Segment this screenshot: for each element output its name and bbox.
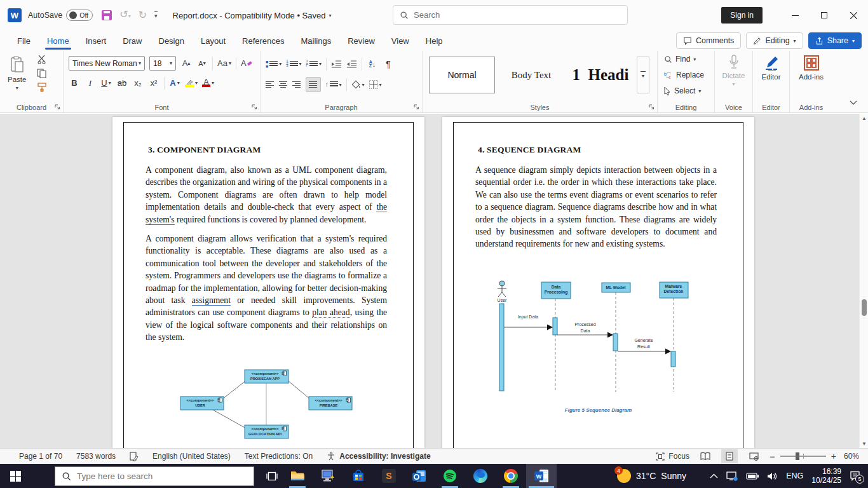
style-body-text[interactable]: Body Text <box>498 57 564 93</box>
hidden-icons-chevron-icon[interactable] <box>710 473 718 478</box>
styles-dialog-launcher-icon[interactable] <box>649 104 654 110</box>
editor-button[interactable]: Editor <box>753 51 789 81</box>
chrome-button[interactable] <box>496 464 526 488</box>
taskbar-search[interactable] <box>55 466 254 486</box>
volume-icon[interactable] <box>767 472 778 480</box>
shrink-font-button[interactable]: A▾ <box>196 57 208 70</box>
dictate-button[interactable]: Dictate ▾ <box>715 51 752 87</box>
style-heading-1[interactable]: 1 Headi <box>567 57 634 93</box>
font-family-combo[interactable]: Times New Roman▾ <box>69 56 145 71</box>
collapse-ribbon-icon[interactable] <box>850 100 857 105</box>
scrollbar-thumb[interactable] <box>862 299 867 316</box>
saved-status-chevron-icon[interactable]: ▾ <box>329 13 331 18</box>
find-button[interactable]: Find▾ <box>664 55 696 64</box>
tab-layout[interactable]: Layout <box>193 30 234 51</box>
subscript-button[interactable]: x₂ <box>132 76 144 90</box>
text-effects-button[interactable]: A▾ <box>169 76 180 90</box>
editing-mode-button[interactable]: Editing▾ <box>746 32 803 49</box>
tab-review[interactable]: Review <box>339 30 383 51</box>
autosave-toggle[interactable]: Off <box>66 10 93 21</box>
taskbar-search-input[interactable] <box>77 471 236 481</box>
spotify-button[interactable] <box>435 464 465 488</box>
highlight-button[interactable]: ▾ <box>185 76 198 90</box>
comments-button[interactable]: Comments <box>676 32 741 49</box>
borders-button[interactable]: ▾ <box>369 78 382 92</box>
zoom-level[interactable]: 60% <box>844 452 859 461</box>
close-button[interactable] <box>839 0 868 30</box>
start-button[interactable] <box>0 464 31 488</box>
focus-mode-button[interactable]: Focus <box>656 452 689 461</box>
edge-button[interactable] <box>465 464 496 488</box>
zoom-slider-thumb[interactable] <box>796 452 799 460</box>
increase-indent-icon[interactable] <box>346 60 357 68</box>
clock[interactable]: 16:39 10/24/25 <box>811 467 841 485</box>
line-spacing-button[interactable]: ↕▾ <box>325 78 342 92</box>
notification-center-button[interactable]: 5 <box>850 471 860 481</box>
word-taskbar-button[interactable]: W <box>526 464 557 488</box>
proofing-status-icon[interactable] <box>130 452 139 461</box>
save-icon[interactable] <box>102 10 112 20</box>
shading-button[interactable]: ▾ <box>351 78 365 92</box>
grow-font-button[interactable]: A▴ <box>180 57 192 70</box>
document-page-2[interactable]: 4. SEQUENCE DIAGRAM A sequence diagram s… <box>442 117 754 448</box>
word-count[interactable]: 7583 words <box>76 452 116 461</box>
tab-references[interactable]: References <box>234 30 292 51</box>
print-layout-button[interactable] <box>721 449 738 463</box>
language-indicator[interactable]: English (United States) <box>153 452 231 461</box>
display-tray-icon[interactable] <box>726 471 738 481</box>
align-left-icon[interactable] <box>266 81 275 88</box>
align-center-icon[interactable] <box>279 81 288 88</box>
addins-button[interactable]: Add-ins <box>790 51 832 81</box>
paste-dropdown-icon[interactable]: ▾ <box>16 85 18 91</box>
copy-icon[interactable] <box>37 69 47 78</box>
text-predictions[interactable]: Text Predictions: On <box>245 452 313 461</box>
tab-help[interactable]: Help <box>417 30 451 51</box>
sign-in-button[interactable]: Sign in <box>721 7 763 24</box>
justify-button[interactable] <box>306 77 321 92</box>
file-explorer-button[interactable] <box>282 464 313 488</box>
styles-gallery-more-button[interactable]: ▾ <box>637 57 649 93</box>
multilevel-list-button[interactable]: 1ai▾ <box>306 57 322 71</box>
italic-button[interactable]: I <box>85 76 96 90</box>
font-size-combo[interactable]: 18▾ <box>149 56 176 71</box>
font-dialog-launcher-icon[interactable] <box>252 104 257 110</box>
undo-button[interactable]: ↺▾ <box>119 10 130 22</box>
paragraph-dialog-launcher-icon[interactable] <box>414 104 419 110</box>
customize-qat-button[interactable]: ▾ <box>154 11 158 19</box>
paste-button[interactable]: Paste ▾ <box>8 52 26 91</box>
numbering-button[interactable]: 123▾ <box>286 57 301 71</box>
tab-insert[interactable]: Insert <box>78 30 115 51</box>
share-button[interactable]: Share▾ <box>808 32 862 49</box>
bullets-button[interactable]: ■■▾ <box>266 57 281 71</box>
tab-file[interactable]: File <box>9 30 39 51</box>
underline-button[interactable]: U▾ <box>100 76 112 90</box>
read-mode-button[interactable] <box>697 449 714 463</box>
clear-formatting-button[interactable]: A <box>241 57 252 70</box>
clipboard-dialog-launcher-icon[interactable] <box>55 104 60 110</box>
tab-draw[interactable]: Draw <box>114 30 150 51</box>
minimize-button[interactable] <box>780 0 810 30</box>
decrease-indent-icon[interactable] <box>331 60 342 68</box>
superscript-button[interactable]: x² <box>148 76 159 90</box>
document-canvas[interactable]: 3. COMPONENT DIAGRAM A component diagram… <box>0 114 859 448</box>
redo-button[interactable]: ↻ <box>139 10 147 20</box>
remote-desktop-button[interactable] <box>313 464 343 488</box>
accessibility-status[interactable]: Accessibility: Investigate <box>327 452 430 461</box>
language-tray[interactable]: ENG <box>786 471 803 480</box>
show-hide-pilcrow-button[interactable]: ¶ <box>383 57 394 71</box>
format-painter-icon[interactable] <box>37 83 47 93</box>
align-right-icon[interactable] <box>292 81 301 88</box>
bold-button[interactable]: B <box>69 76 80 90</box>
zoom-slider[interactable] <box>780 456 826 457</box>
document-page-1[interactable]: 3. COMPONENT DIAGRAM A component diagram… <box>112 117 424 448</box>
web-layout-button[interactable] <box>745 449 762 463</box>
tab-mailings[interactable]: Mailings <box>293 30 340 51</box>
zoom-in-button[interactable]: + <box>831 451 836 461</box>
weather-widget[interactable]: 4 31°C Sunny <box>617 464 686 488</box>
font-color-button[interactable]: A ▾ <box>202 76 214 90</box>
cut-icon[interactable] <box>37 55 48 64</box>
zoom-out-button[interactable]: − <box>770 451 775 462</box>
tab-home[interactable]: Home <box>39 30 78 51</box>
microsoft-store-button[interactable] <box>343 464 374 488</box>
search-input[interactable] <box>414 10 604 20</box>
